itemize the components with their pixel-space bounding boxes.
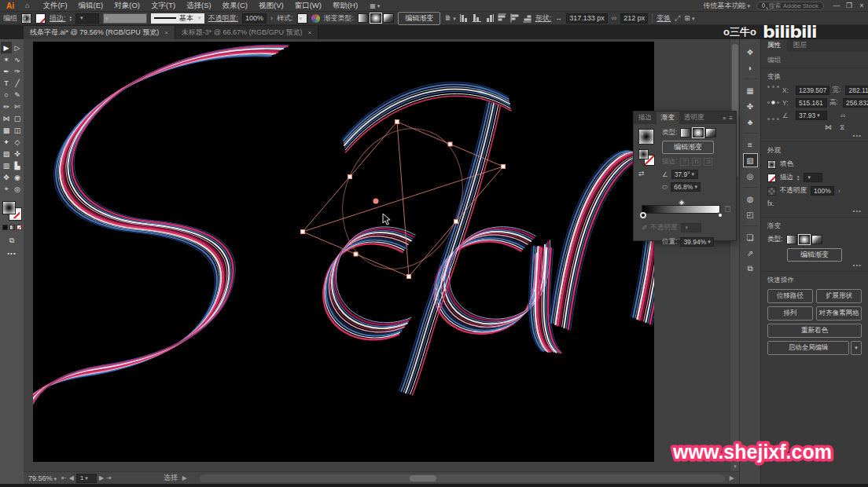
magic-wand-tool[interactable]: ✶ [1, 53, 12, 65]
width-field[interactable]: 282.116 [845, 86, 868, 95]
graph-tool[interactable]: ▥ [1, 159, 12, 171]
gradient-stop-black[interactable] [640, 212, 646, 218]
annotator-handle[interactable] [407, 275, 411, 279]
last-artboard-icon[interactable]: ⇥ [106, 474, 112, 482]
link-dimensions-icon[interactable]: ∞ [840, 112, 845, 119]
artboard[interactable] [33, 42, 654, 462]
properties-tab-属性[interactable]: 属性 [761, 39, 787, 52]
gradient-center-handle[interactable] [373, 199, 379, 204]
document-setup-icon[interactable]: 🗎 [444, 14, 456, 22]
stock-search-input[interactable]: 搜索 Adobe Stock [756, 2, 824, 10]
menu-item-2[interactable]: 对象(O) [108, 1, 145, 9]
home-icon[interactable]: ⌂ [20, 2, 34, 9]
canvas-area[interactable] [24, 39, 730, 471]
lasso-tool[interactable]: ∿ [12, 53, 23, 65]
restore-button[interactable]: ❐ [843, 0, 855, 11]
stroke-panel-icon[interactable]: ≡ [743, 137, 758, 152]
layers-panel-icon[interactable]: ❏ [743, 230, 758, 244]
perspective-tool[interactable]: ◫ [12, 124, 23, 136]
blend-tool[interactable]: ▙ [12, 159, 23, 171]
workspace-switcher[interactable]: 传统基本功能 [703, 1, 750, 11]
fill-swatch[interactable] [21, 13, 31, 24]
more-options-icon[interactable]: ••• [853, 262, 862, 269]
vertical-scrollbar[interactable]: ▾ [730, 39, 739, 471]
document-tab-0[interactable]: 线条字母.ai* @ 79.56% (RGB/GPU 预览)× [24, 26, 175, 39]
quick-action-1[interactable]: 扩展形状 [816, 289, 862, 303]
arrange-documents-icon[interactable]: ▦ [366, 2, 383, 9]
document-tab-1[interactable]: 未标题-3* @ 66.67% (RGB/GPU 预览)× [175, 26, 318, 39]
annotator-handle[interactable] [448, 142, 452, 146]
properties-tab-图层[interactable]: 图层 [787, 39, 813, 52]
quick-action-5[interactable]: 启动全局编辑 [767, 341, 849, 355]
horizontal-scrollbar-thumb[interactable] [410, 475, 436, 482]
free-transform-tool[interactable]: ▢ [12, 112, 23, 124]
quick-action-3[interactable]: 对齐像素网格 [816, 306, 862, 320]
shape-height-field[interactable]: 212 px [620, 13, 648, 24]
transparency-panel-icon[interactable]: ◎ [743, 169, 758, 183]
edit-gradient-button[interactable]: 编辑渐变 [398, 12, 440, 25]
rotation-field[interactable]: 37.93 [796, 111, 827, 120]
color-button[interactable] [2, 225, 8, 230]
color-panel-icon[interactable]: ❖ [743, 45, 758, 59]
stroke-weight-field[interactable] [75, 13, 99, 24]
letter-a[interactable] [435, 227, 550, 334]
shape-builder-tool[interactable]: ◇ [12, 136, 23, 148]
width-profile-dropdown[interactable] [103, 13, 147, 24]
letter-s[interactable] [33, 45, 289, 416]
freeform-gradient-button[interactable] [383, 13, 394, 23]
paintbrush-tool[interactable]: ✎ [12, 89, 23, 101]
stroke-weight-field[interactable] [804, 173, 822, 182]
aspect-ratio-field[interactable]: 66.8% [671, 182, 701, 192]
edit-gradient-button[interactable]: 编辑渐变 [787, 248, 842, 262]
quick-action-4[interactable]: 重新着色 [767, 324, 862, 338]
edit-toolbar-icon[interactable]: ••• [7, 250, 16, 257]
direct-selection-tool[interactable]: ▷ [12, 42, 23, 53]
type-tool[interactable]: T [1, 77, 12, 89]
zoom-tool[interactable]: ◎ [12, 183, 23, 195]
gradient-panel-icon[interactable]: ▧ [743, 153, 758, 167]
collapse-icons[interactable]: » [723, 115, 726, 122]
location-field[interactable]: 39.94% [680, 237, 713, 247]
fill-indicator[interactable] [2, 201, 16, 214]
appearance-panel-icon[interactable]: ◰ [743, 207, 758, 222]
symbols-panel-icon[interactable]: ♣ [743, 115, 758, 129]
align-left-icon[interactable] [460, 14, 469, 22]
align-center-icon[interactable] [473, 14, 481, 22]
quick-action-0[interactable]: 位移路径 [767, 289, 813, 303]
brushes-panel-icon[interactable]: ✤ [743, 99, 758, 113]
align-middle-icon[interactable] [510, 14, 518, 23]
stroke-weight-stepper[interactable]: ▴▾ [797, 174, 800, 181]
annotator-handle[interactable] [395, 120, 399, 124]
pen-tool[interactable]: ✒ [1, 65, 12, 77]
gradient-thumbnail[interactable] [638, 129, 654, 145]
y-field[interactable]: 515.161 [796, 98, 827, 108]
more-options-icon[interactable]: ••• [853, 207, 862, 214]
graphic-styles-panel-icon[interactable]: ◍ [743, 192, 758, 206]
shape-label[interactable]: 形状: [535, 13, 552, 24]
annotator-handle[interactable] [348, 175, 352, 179]
mesh-tool[interactable]: ▩ [1, 124, 12, 136]
stroke-weight-label[interactable]: 描边: [50, 13, 66, 24]
screen-mode-icon[interactable]: ⧉ [9, 236, 14, 245]
panel-tab-渐变[interactable]: 渐变 [657, 112, 679, 124]
pencil-tool[interactable]: ✏ [1, 101, 12, 112]
width-tool[interactable]: ⋈ [1, 112, 12, 124]
eyedropper-tool[interactable]: ✜ [12, 148, 23, 159]
tab-close-icon[interactable]: × [164, 29, 168, 36]
menu-item-4[interactable]: 选择(S) [181, 1, 217, 9]
linear-gradient-button[interactable] [358, 13, 369, 23]
opacity-label[interactable]: 不透明度: [208, 13, 239, 24]
fill-swatch[interactable] [767, 160, 776, 169]
reference-point-locator[interactable] [767, 86, 780, 132]
delete-stop-icon[interactable] [725, 206, 730, 212]
effects-button[interactable]: fx. [767, 200, 774, 207]
annotator-handle[interactable] [354, 252, 358, 256]
recolor-artwork-icon[interactable] [311, 14, 320, 23]
annotator-handle[interactable] [454, 220, 458, 224]
freeform-gradient-button[interactable] [811, 235, 822, 244]
style-swatch[interactable] [297, 13, 307, 24]
artboard-number-field[interactable]: 1 [76, 474, 97, 483]
linear-gradient-button[interactable] [786, 235, 797, 244]
menu-item-6[interactable]: 视图(V) [253, 1, 289, 9]
swatches-panel-icon[interactable]: ◗ [743, 60, 758, 75]
